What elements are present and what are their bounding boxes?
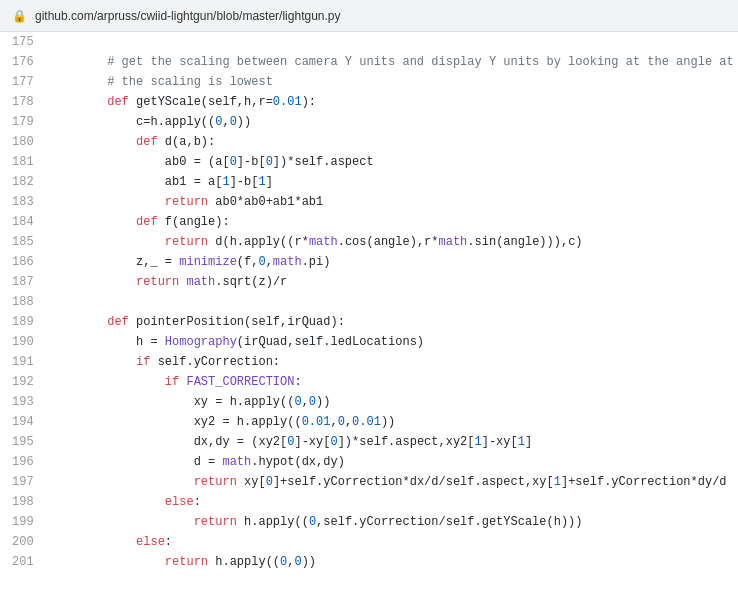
table-row: 190 h = Homography(irQuad,self.ledLocati… (0, 332, 738, 352)
line-number: 181 (0, 152, 50, 172)
line-number: 194 (0, 412, 50, 432)
line-number: 201 (0, 552, 50, 572)
line-number: 186 (0, 252, 50, 272)
table-row: 194 xy2 = h.apply((0.01,0,0.01)) (0, 412, 738, 432)
url-bar[interactable]: github.com/arpruss/cwiid-lightgun/blob/m… (35, 9, 341, 23)
line-code: xy = h.apply((0,0)) (50, 392, 738, 412)
line-number: 196 (0, 452, 50, 472)
line-number: 192 (0, 372, 50, 392)
table-row: 199 return h.apply((0,self.yCorrection/s… (0, 512, 738, 532)
line-number: 191 (0, 352, 50, 372)
table-row: 181 ab0 = (a[0]-b[0])*self.aspect (0, 152, 738, 172)
line-code: return h.apply((0,0)) (50, 552, 738, 572)
table-row: 189 def pointerPosition(self,irQuad): (0, 312, 738, 332)
line-number: 185 (0, 232, 50, 252)
line-code: d = math.hypot(dx,dy) (50, 452, 738, 472)
line-code: if self.yCorrection: (50, 352, 738, 372)
line-number: 184 (0, 212, 50, 232)
line-number: 187 (0, 272, 50, 292)
line-code: return math.sqrt(z)/r (50, 272, 738, 292)
table-row: 196 d = math.hypot(dx,dy) (0, 452, 738, 472)
line-number: 177 (0, 72, 50, 92)
line-code: return xy[0]+self.yCorrection*dx/d/self.… (50, 472, 738, 492)
line-number: 175 (0, 32, 50, 52)
code-table: 175 176 # get the scaling between camera… (0, 32, 738, 572)
table-row: 195 dx,dy = (xy2[0]-xy[0])*self.aspect,x… (0, 432, 738, 452)
line-number: 180 (0, 132, 50, 152)
line-number: 200 (0, 532, 50, 552)
table-row: 192 if FAST_CORRECTION: (0, 372, 738, 392)
table-row: 185 return d(h.apply((r*math.cos(angle),… (0, 232, 738, 252)
line-code: else: (50, 532, 738, 552)
table-row: 201 return h.apply((0,0)) (0, 552, 738, 572)
table-row: 182 ab1 = a[1]-b[1] (0, 172, 738, 192)
line-code: xy2 = h.apply((0.01,0,0.01)) (50, 412, 738, 432)
line-code: return d(h.apply((r*math.cos(angle),r*ma… (50, 232, 738, 252)
line-code: # get the scaling between camera Y units… (50, 52, 738, 72)
table-row: 175 (0, 32, 738, 52)
table-row: 186 z,_ = minimize(f,0,math.pi) (0, 252, 738, 272)
table-row: 177 # the scaling is lowest (0, 72, 738, 92)
line-code: return ab0*ab0+ab1*ab1 (50, 192, 738, 212)
line-number: 183 (0, 192, 50, 212)
line-number: 193 (0, 392, 50, 412)
table-row: 191 if self.yCorrection: (0, 352, 738, 372)
table-row: 183 return ab0*ab0+ab1*ab1 (0, 192, 738, 212)
line-code: ab1 = a[1]-b[1] (50, 172, 738, 192)
table-row: 197 return xy[0]+self.yCorrection*dx/d/s… (0, 472, 738, 492)
table-row: 198 else: (0, 492, 738, 512)
line-number: 190 (0, 332, 50, 352)
line-code: return h.apply((0,self.yCorrection/self.… (50, 512, 738, 532)
line-code: # the scaling is lowest (50, 72, 738, 92)
table-row: 179 c=h.apply((0,0)) (0, 112, 738, 132)
table-row: 188 (0, 292, 738, 312)
table-row: 193 xy = h.apply((0,0)) (0, 392, 738, 412)
line-code: def d(a,b): (50, 132, 738, 152)
line-code: ab0 = (a[0]-b[0])*self.aspect (50, 152, 738, 172)
table-row: 180 def d(a,b): (0, 132, 738, 152)
line-number: 195 (0, 432, 50, 452)
line-code: def f(angle): (50, 212, 738, 232)
line-number: 182 (0, 172, 50, 192)
table-row: 178 def getYScale(self,h,r=0.01): (0, 92, 738, 112)
line-number: 179 (0, 112, 50, 132)
line-code (50, 292, 738, 312)
table-row: 176 # get the scaling between camera Y u… (0, 52, 738, 72)
line-number: 176 (0, 52, 50, 72)
line-code: dx,dy = (xy2[0]-xy[0])*self.aspect,xy2[1… (50, 432, 738, 452)
line-code: z,_ = minimize(f,0,math.pi) (50, 252, 738, 272)
line-number: 197 (0, 472, 50, 492)
line-number: 199 (0, 512, 50, 532)
line-number: 188 (0, 292, 50, 312)
line-code: def pointerPosition(self,irQuad): (50, 312, 738, 332)
code-container: 175 176 # get the scaling between camera… (0, 32, 738, 600)
line-code: c=h.apply((0,0)) (50, 112, 738, 132)
line-code (50, 32, 738, 52)
line-number: 189 (0, 312, 50, 332)
line-number: 198 (0, 492, 50, 512)
table-row: 184 def f(angle): (0, 212, 738, 232)
line-code: def getYScale(self,h,r=0.01): (50, 92, 738, 112)
table-row: 200 else: (0, 532, 738, 552)
browser-bar: 🔒 github.com/arpruss/cwiid-lightgun/blob… (0, 0, 738, 32)
line-number: 178 (0, 92, 50, 112)
lock-icon: 🔒 (12, 9, 27, 23)
line-code: h = Homography(irQuad,self.ledLocations) (50, 332, 738, 352)
line-code: if FAST_CORRECTION: (50, 372, 738, 392)
line-code: else: (50, 492, 738, 512)
table-row: 187 return math.sqrt(z)/r (0, 272, 738, 292)
